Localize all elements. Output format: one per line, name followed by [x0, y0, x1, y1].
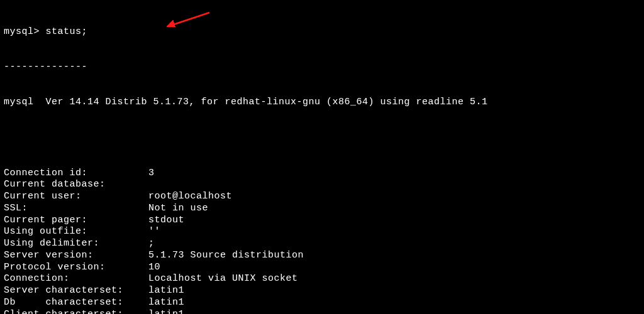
status-value: 5.1.73 Source distribution [148, 250, 304, 261]
status-row: Protocol version:10 [4, 262, 640, 274]
status-label: Current pager: [4, 215, 148, 227]
status-row: Using delimiter:; [4, 238, 640, 250]
status-label: Client characterset: [4, 309, 148, 315]
status-value: root@localhost [148, 191, 232, 202]
status-row: Server version:5.1.73 Source distributio… [4, 250, 640, 262]
status-label: SSL: [4, 203, 148, 215]
status-row: Server characterset:latin1 [4, 285, 640, 297]
terminal-output: mysql> status; -------------- mysql Ver … [0, 0, 644, 314]
separator-top: -------------- [4, 62, 640, 73]
status-label: Current database: [4, 179, 148, 191]
status-label: Server characterset: [4, 285, 148, 297]
status-command: status; [46, 26, 88, 37]
blank-line [4, 132, 640, 144]
status-label: Using delimiter: [4, 238, 148, 250]
status-label: Db characterset: [4, 297, 148, 309]
status-label: Server version: [4, 250, 148, 262]
status-value: 3 [148, 168, 155, 178]
status-row: Db characterset:latin1 [4, 297, 640, 309]
status-row: Using outfile:'' [4, 226, 640, 238]
status-row: Current user:root@localhost [4, 191, 640, 203]
status-row: Current database: [4, 179, 640, 191]
status-value: latin1 [148, 309, 184, 315]
status-label: Connection id: [4, 168, 148, 180]
version-line: mysql Ver 14.14 Distrib 5.1.73, for redh… [4, 97, 640, 109]
status-value: 10 [148, 262, 160, 273]
status-value: stdout [148, 215, 184, 225]
status-row: Connection id:3 [4, 168, 640, 180]
status-label: Connection: [4, 273, 148, 285]
status-row: Current pager:stdout [4, 215, 640, 227]
status-value: latin1 [148, 297, 184, 308]
prompt: mysql> [4, 26, 40, 37]
status-value: ; [148, 238, 155, 249]
status-value: latin1 [148, 285, 184, 296]
command-line: mysql> status; [4, 26, 640, 38]
status-value: Not in use [148, 203, 208, 214]
status-row: Connection:Localhost via UNIX socket [4, 273, 640, 285]
status-fields: Connection id:3Current database:Current … [4, 168, 640, 315]
status-row: SSL:Not in use [4, 203, 640, 215]
status-row: Client characterset:latin1 [4, 309, 640, 315]
status-label: Using outfile: [4, 226, 148, 238]
status-value: '' [148, 226, 160, 237]
status-value: Localhost via UNIX socket [148, 273, 298, 284]
status-label: Protocol version: [4, 262, 148, 274]
status-label: Current user: [4, 191, 148, 203]
